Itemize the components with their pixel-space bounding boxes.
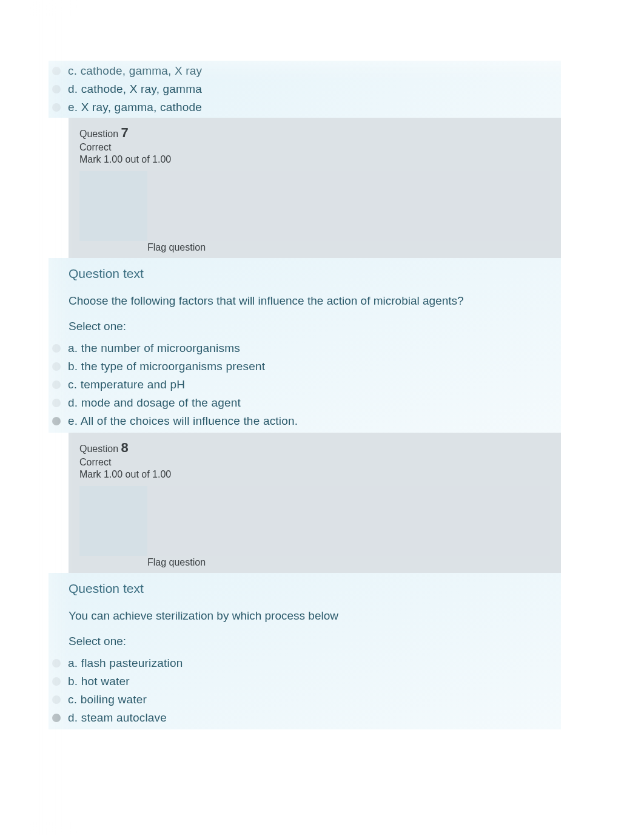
partial-options-block: c. cathode, gamma, X ray d. cathode, X r… <box>49 61 561 118</box>
option-label: d. mode and dosage of the agent <box>68 396 241 410</box>
question-header: Question 7 Correct Mark 1.00 out of 1.00… <box>69 118 561 258</box>
option-row[interactable]: d. steam autoclave <box>49 709 561 727</box>
flag-box-left <box>79 486 147 556</box>
flag-zone <box>79 486 550 556</box>
question-mark: Mark 1.00 out of 1.00 <box>79 469 550 480</box>
flag-box-left <box>79 171 147 241</box>
flag-row[interactable]: Flag question <box>79 241 550 258</box>
option-label: e. All of the choices will influence the… <box>68 414 298 428</box>
flag-row[interactable]: Flag question <box>79 556 550 573</box>
radio-icon[interactable] <box>52 417 61 425</box>
radio-icon[interactable] <box>52 85 61 93</box>
question-prompt: Choose the following factors that will i… <box>49 294 561 308</box>
radio-icon[interactable] <box>52 659 61 668</box>
option-label: d. cathode, X ray, gamma <box>68 83 202 96</box>
radio-icon[interactable] <box>52 695 61 704</box>
question-label: Question <box>79 129 121 139</box>
option-label: c. boiling water <box>68 693 147 706</box>
option-row[interactable]: d. cathode, X ray, gamma <box>49 80 561 98</box>
option-label: b. the type of microorganisms present <box>68 360 265 373</box>
option-row[interactable]: e. All of the choices will influence the… <box>49 412 561 430</box>
radio-icon[interactable] <box>52 399 61 407</box>
flag-box-right <box>147 486 550 556</box>
option-label: e. X ray, gamma, cathode <box>68 101 202 114</box>
option-label: a. flash pasteurization <box>68 657 183 670</box>
question-number-line: Question 7 <box>79 125 550 141</box>
option-row[interactable]: c. cathode, gamma, X ray <box>49 62 561 80</box>
radio-icon[interactable] <box>52 677 61 686</box>
option-row[interactable]: a. flash pasteurization <box>49 654 561 672</box>
radio-icon[interactable] <box>52 714 61 722</box>
radio-icon[interactable] <box>52 344 61 353</box>
option-label: c. cathode, gamma, X ray <box>68 64 202 78</box>
question-text-heading: Question text <box>49 581 561 596</box>
radio-icon[interactable] <box>52 67 61 75</box>
select-one-label: Select one: <box>49 320 561 333</box>
option-row[interactable]: b. hot water <box>49 672 561 691</box>
flag-question-link[interactable]: Flag question <box>147 242 206 253</box>
option-row[interactable]: e. X ray, gamma, cathode <box>49 98 561 117</box>
question-number-line: Question 8 <box>79 440 550 456</box>
radio-icon[interactable] <box>52 362 61 371</box>
question-body: Question text Choose the following facto… <box>49 258 561 433</box>
option-row[interactable]: d. mode and dosage of the agent <box>49 394 561 412</box>
flag-question-link[interactable]: Flag question <box>147 557 206 568</box>
flag-zone <box>79 171 550 241</box>
option-label: a. the number of microorganisms <box>68 342 240 355</box>
question-label: Question <box>79 444 121 454</box>
question-number: 8 <box>121 440 128 455</box>
question-status: Correct <box>79 457 550 468</box>
option-label: b. hot water <box>68 675 130 688</box>
option-label: d. steam autoclave <box>68 711 167 725</box>
radio-icon[interactable] <box>52 380 61 389</box>
option-row[interactable]: c. boiling water <box>49 691 561 709</box>
select-one-label: Select one: <box>49 635 561 648</box>
question-status: Correct <box>79 142 550 153</box>
option-label: c. temperature and pH <box>68 378 185 391</box>
option-row[interactable]: b. the type of microorganisms present <box>49 357 561 376</box>
question-header: Question 8 Correct Mark 1.00 out of 1.00… <box>69 433 561 573</box>
question-number: 7 <box>121 125 128 140</box>
radio-icon[interactable] <box>52 103 61 112</box>
question-body: Question text You can achieve sterilizat… <box>49 573 561 729</box>
option-row[interactable]: a. the number of microorganisms <box>49 339 561 357</box>
question-mark: Mark 1.00 out of 1.00 <box>79 154 550 165</box>
question-prompt: You can achieve sterilization by which p… <box>49 609 561 623</box>
option-row[interactable]: c. temperature and pH <box>49 376 561 394</box>
question-text-heading: Question text <box>49 266 561 281</box>
flag-box-right <box>147 171 550 241</box>
